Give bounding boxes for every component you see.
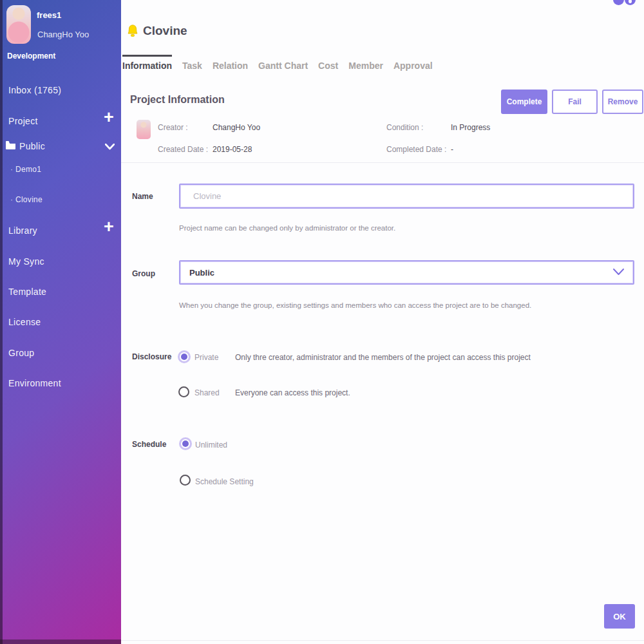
group-select[interactable]: Public: [179, 260, 634, 285]
radio-schedule-setting-label[interactable]: Schedule Setting: [195, 477, 254, 486]
tab-gantt-chart[interactable]: Gantt Chart: [258, 55, 308, 71]
schedule-label: Schedule: [132, 440, 166, 449]
disclosure-label: Disclosure: [132, 352, 171, 361]
completed-date-label: Completed Date :: [386, 145, 446, 154]
group-help-text: When you change the group, existing sett…: [179, 301, 531, 309]
radio-private-label[interactable]: Private: [194, 353, 218, 362]
radio-private[interactable]: [178, 350, 191, 363]
created-date-label: Created Date :: [158, 145, 208, 154]
sidebar-item-clovine[interactable]: Clovine: [10, 195, 43, 204]
tab-information[interactable]: Information: [122, 55, 172, 71]
project-title: Clovine: [143, 24, 187, 38]
private-description: Only thre creator, administrator and the…: [235, 353, 531, 362]
avatar: [6, 5, 31, 44]
divider: [121, 162, 644, 163]
completed-date-value: -: [451, 145, 453, 154]
plus-icon[interactable]: +: [102, 220, 116, 233]
chevron-down-icon[interactable]: [105, 141, 115, 153]
radio-shared[interactable]: [178, 386, 189, 397]
app-window: frees1 ChangHo Yoo Development Inbox (17…: [0, 0, 644, 644]
creator-label: Creator :: [158, 123, 188, 132]
complete-button[interactable]: Complete: [501, 90, 547, 114]
tab-task[interactable]: Task: [182, 55, 202, 71]
project-name-input[interactable]: [179, 184, 634, 209]
radio-unlimited[interactable]: [179, 437, 192, 450]
name-label: Name: [132, 192, 153, 201]
plus-icon[interactable]: +: [102, 111, 116, 124]
tab-bar: Information Task Relation Gantt Chart Co…: [122, 55, 433, 71]
radio-unlimited-label[interactable]: Unlimited: [195, 440, 227, 450]
sidebar-item-group[interactable]: Group: [8, 348, 34, 358]
radio-schedule-setting[interactable]: [180, 475, 191, 486]
tab-member[interactable]: Member: [348, 55, 383, 71]
name-help-text: Project name can be changed only by admi…: [179, 224, 395, 232]
creator-avatar: [137, 120, 151, 139]
tab-relation[interactable]: Relation: [213, 55, 248, 71]
condition-label: Condition :: [386, 123, 423, 132]
user-team: Development: [7, 52, 55, 61]
remove-button[interactable]: Remove: [602, 90, 643, 114]
creator-value: ChangHo Yoo: [213, 123, 260, 132]
sidebar-item-project[interactable]: Project: [8, 116, 38, 126]
page-title: Project Information: [130, 94, 225, 106]
username: frees1: [37, 10, 61, 20]
user-fullname: ChangHo Yoo: [37, 30, 89, 39]
help-icon[interactable]: [625, 0, 636, 5]
bell-icon: [128, 24, 138, 43]
sidebar-item-template[interactable]: Template: [8, 287, 46, 297]
sidebar: frees1 ChangHo Yoo Development Inbox (17…: [0, 0, 121, 644]
radio-shared-label[interactable]: Shared: [194, 388, 220, 397]
shared-description: Everyone can access this project.: [235, 388, 350, 397]
tab-cost[interactable]: Cost: [318, 55, 338, 71]
created-date-value: 2019-05-28: [213, 145, 252, 154]
group-label: Group: [132, 269, 155, 278]
circle-icon[interactable]: [613, 0, 624, 5]
select-chevron-icon: [613, 267, 624, 278]
ok-button[interactable]: OK: [604, 604, 635, 629]
fail-button[interactable]: Fail: [552, 90, 598, 114]
sidebar-item-public[interactable]: Public: [19, 141, 45, 151]
tab-approval[interactable]: Approval: [393, 55, 433, 71]
group-select-value: Public: [189, 268, 613, 278]
sidebar-item-library[interactable]: Library: [8, 225, 37, 236]
condition-value: In Progress: [451, 123, 490, 132]
sidebar-item-inbox[interactable]: Inbox (1765): [8, 85, 61, 95]
bottom-divider: [121, 640, 644, 641]
sidebar-item-environment[interactable]: Environment: [8, 378, 61, 388]
folder-icon: [5, 140, 16, 152]
sidebar-item-my-sync[interactable]: My Sync: [8, 256, 44, 267]
sidebar-item-demo1[interactable]: Demo1: [10, 165, 41, 174]
sidebar-item-license[interactable]: License: [8, 317, 41, 327]
